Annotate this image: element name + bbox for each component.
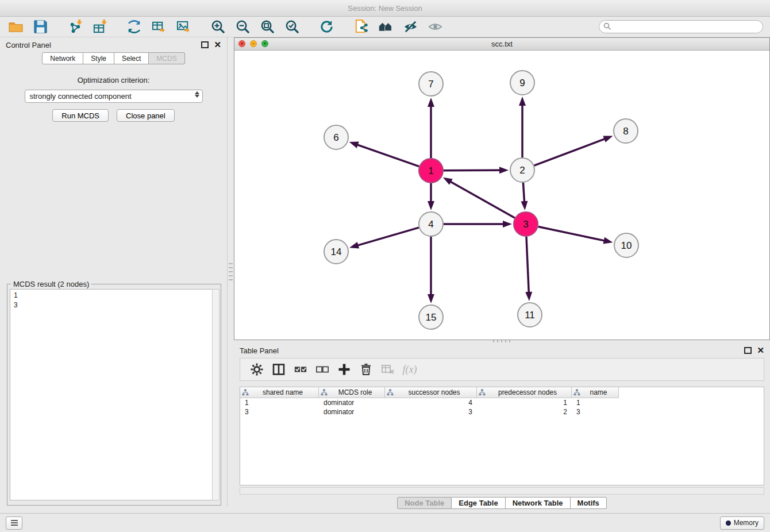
graph-node-label: 2 <box>519 165 525 176</box>
table-panel-tabs: Node TableEdge TableNetwork TableMotifs <box>234 497 770 509</box>
table-cell[interactable]: 1 <box>240 398 319 407</box>
table-cell[interactable]: 2 <box>477 407 572 417</box>
column-header-shared-name[interactable]: shared name <box>240 387 319 398</box>
column-header-predecessor-nodes[interactable]: predecessor nodes <box>477 387 572 398</box>
hide-graphics-icon[interactable] <box>402 18 419 36</box>
table-row[interactable]: 1dominator411 <box>240 398 764 407</box>
optimization-criterion-select[interactable]: strongly connected component <box>25 90 203 103</box>
column-settings-icon[interactable] <box>248 361 265 378</box>
task-history-button[interactable] <box>6 516 22 530</box>
zoom-out-icon[interactable] <box>234 18 251 36</box>
control-panel-tabs: NetworkStyleSelectMCDS <box>0 52 227 64</box>
column-header-successor-nodes[interactable]: successor nodes <box>385 387 477 398</box>
table-cell[interactable]: 3 <box>572 407 619 417</box>
graph-edge-arrowhead <box>428 201 434 210</box>
vertical-splitter[interactable] <box>229 263 233 280</box>
graph-edge-3-10[interactable] <box>538 227 605 241</box>
main-toolbar-icons <box>7 18 451 36</box>
close-window-icon[interactable]: × <box>238 40 245 47</box>
network-window-title: scc.txt <box>491 40 513 48</box>
graph-node-label: 1 <box>428 165 433 176</box>
close-panel-icon[interactable]: ✕ <box>214 41 221 48</box>
open-session-icon[interactable] <box>7 18 24 36</box>
mcds-result-title: MCDS result (2 nodes) <box>11 280 91 288</box>
network-overview-icon[interactable] <box>377 18 394 36</box>
table-cell[interactable]: 1 <box>572 398 619 407</box>
add-row-icon[interactable] <box>336 361 353 378</box>
table-cell[interactable]: 1 <box>477 398 572 407</box>
float-table-panel-icon[interactable] <box>744 347 752 354</box>
graph-edge-arrowhead <box>603 136 613 142</box>
graph-edge-1-2[interactable] <box>444 170 500 171</box>
save-session-icon[interactable] <box>32 18 49 36</box>
graph-edge-arrowhead <box>603 237 613 244</box>
table-cell[interactable]: 3 <box>385 407 477 417</box>
graph-edge-3-1[interactable] <box>450 182 515 218</box>
tab-network-table[interactable]: Network Table <box>506 497 571 509</box>
float-panel-icon[interactable] <box>201 41 209 48</box>
column-header-label: name <box>580 387 617 398</box>
column-header-mcds-role[interactable]: MCDS role <box>319 387 385 398</box>
zoom-selected-icon[interactable] <box>283 18 301 36</box>
application-window: Session: New Session Control Panel ✕ Net… <box>0 0 770 532</box>
table-cell[interactable]: dominator <box>319 407 385 417</box>
mcds-result-scrollbar[interactable] <box>212 289 220 500</box>
tab-select[interactable]: Select <box>114 52 149 64</box>
show-graphics-icon[interactable] <box>426 18 444 36</box>
column-header-name[interactable]: name <box>572 387 619 398</box>
graph-edge-2-8[interactable] <box>534 138 606 165</box>
deselect-all-icon[interactable] <box>314 361 331 378</box>
graph-edge-3-11[interactable] <box>526 237 529 293</box>
table-row[interactable]: 3dominator323 <box>240 407 764 417</box>
table-cell[interactable]: 3 <box>240 407 319 417</box>
close-panel-button[interactable]: Close panel <box>117 109 175 122</box>
tab-style[interactable]: Style <box>83 52 114 64</box>
graph-edge-4-14[interactable] <box>357 228 418 245</box>
import-table-icon[interactable] <box>91 18 108 36</box>
tab-network[interactable]: Network <box>42 52 83 64</box>
graph-node-label: 7 <box>428 79 433 90</box>
table-horizontal-scrollbar[interactable] <box>240 487 764 495</box>
table-cell[interactable]: 4 <box>385 398 477 407</box>
delete-row-icon[interactable] <box>357 361 375 378</box>
run-mcds-button[interactable]: Run MCDS <box>52 109 109 122</box>
graph-edge-arrowhead <box>349 242 359 249</box>
search-input[interactable] <box>599 20 763 33</box>
network-graph[interactable]: 7968124314101511 <box>234 50 769 340</box>
graph-edge-2-3[interactable] <box>523 183 524 202</box>
mcds-result-list[interactable]: 13 <box>10 289 213 500</box>
network-window: × − + scc.txt 7968124314101511 <box>234 37 770 340</box>
toggle-column-icon[interactable] <box>270 361 287 378</box>
export-network-icon[interactable] <box>125 18 143 36</box>
table-toolbar: f(x) <box>240 358 764 381</box>
refresh-icon[interactable] <box>318 18 335 36</box>
table-cell[interactable]: dominator <box>319 398 385 407</box>
graph-node-label: 14 <box>331 246 342 257</box>
table-panel-title: Table Panel <box>240 346 279 355</box>
zoom-in-icon[interactable] <box>209 18 226 36</box>
memory-button-label: Memory <box>734 519 759 527</box>
optimization-criterion-label: Optimization criterion: <box>0 76 227 84</box>
graph-edge-1-6[interactable] <box>357 145 419 167</box>
select-all-icon[interactable] <box>292 361 309 378</box>
minimize-window-icon[interactable]: − <box>250 40 257 47</box>
zoom-fit-icon[interactable] <box>259 18 276 36</box>
tab-node-table[interactable]: Node Table <box>397 497 452 509</box>
export-image-icon[interactable] <box>175 18 192 36</box>
zoom-window-icon[interactable]: + <box>261 40 268 47</box>
memory-button[interactable]: Memory <box>720 516 764 530</box>
traffic-lights: × − + <box>238 40 268 47</box>
status-bar: Memory <box>0 513 770 532</box>
control-panel-title: Control Panel <box>6 41 51 49</box>
tab-motifs[interactable]: Motifs <box>571 497 607 509</box>
paste-network-icon[interactable] <box>352 18 369 36</box>
tab-edge-table[interactable]: Edge Table <box>452 497 505 509</box>
tab-mcds[interactable]: MCDS <box>149 52 184 64</box>
import-network-icon[interactable] <box>66 18 83 36</box>
table-panel-header: Table Panel ✕ <box>234 343 770 358</box>
close-table-panel-icon[interactable]: ✕ <box>757 347 764 354</box>
column-header-label: predecessor nodes <box>485 387 570 398</box>
main-toolbar <box>0 17 770 37</box>
export-table-icon[interactable] <box>150 18 167 36</box>
graph-edge-arrowhead <box>525 292 532 301</box>
